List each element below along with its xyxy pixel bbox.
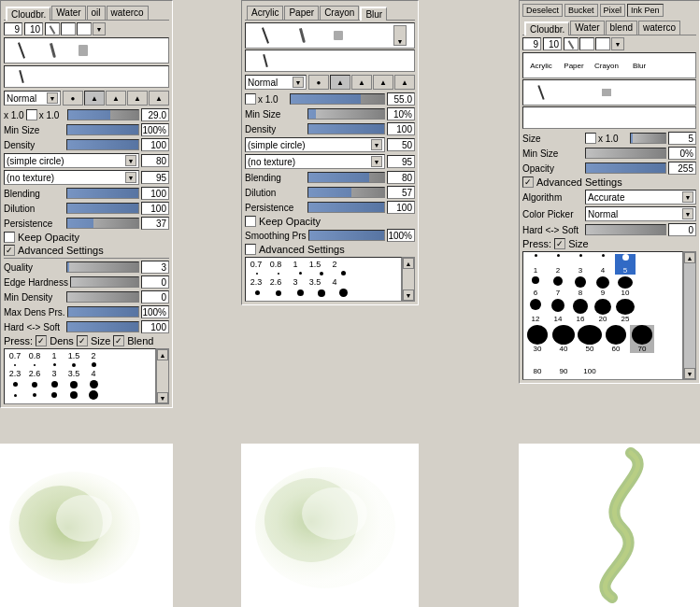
smoothing-slider-2[interactable] (308, 230, 385, 241)
tab-waterco[interactable]: waterco (107, 6, 149, 20)
dot-3-5[interactable] (85, 390, 102, 400)
tab-water[interactable]: Water (51, 6, 85, 20)
dot-1-5[interactable] (85, 362, 102, 367)
algorithm-dropdown[interactable]: Accurate ▼ (585, 190, 696, 205)
shape-btn-circle[interactable]: ● (63, 91, 83, 106)
ink-paper[interactable]: Paper (558, 55, 590, 76)
shape-btn-triangle2[interactable]: ▲ (106, 91, 126, 106)
dot3-cell-60[interactable]: 60 (604, 325, 628, 353)
dot-1-3[interactable] (46, 363, 63, 366)
hard-soft-slider-3[interactable] (585, 224, 666, 235)
dot-2-5[interactable] (85, 380, 102, 388)
mode-dropdown-1[interactable]: Normal ▼ (4, 91, 61, 106)
brush2-pencil[interactable] (248, 25, 283, 46)
sub-colorpen[interactable] (68, 68, 98, 85)
tab-acrylic[interactable]: Acrylic (247, 6, 283, 20)
dot2-1-4[interactable] (312, 272, 331, 275)
brush-scroll-down[interactable]: ▼ (93, 22, 106, 35)
dot3-cell-16[interactable]: 16 (570, 299, 591, 323)
bucket-button[interactable]: Bucket (564, 4, 598, 17)
tab-crayon[interactable]: Crayon (320, 6, 359, 20)
size-value-3[interactable]: 5 (668, 132, 696, 145)
press-size-checkbox-3[interactable]: ✓ (554, 238, 565, 249)
density-value-1[interactable]: 100 (141, 138, 169, 151)
persistence-slider-1[interactable] (66, 218, 139, 229)
opacity-slider-3[interactable] (585, 162, 666, 174)
brush-type-dropdown-2[interactable]: (simple circle) ▼ (245, 137, 385, 152)
ink-icon-3[interactable] (595, 37, 610, 50)
brush2-marker[interactable] (284, 25, 320, 46)
tab-paper[interactable]: Paper (284, 6, 319, 20)
min-size-value-3[interactable]: 0% (668, 147, 696, 160)
dot3-cell-1[interactable]: 1 (525, 254, 546, 275)
tab-cloudbr[interactable]: Cloudbr. (6, 7, 50, 21)
brush-icon-1[interactable] (45, 22, 60, 35)
brush2-eraser[interactable] (321, 25, 356, 46)
dot3-cell-20[interactable]: 20 (593, 299, 613, 323)
mode-dropdown-arrow-2[interactable]: ▼ (293, 77, 304, 88)
shape-btn2-tri2[interactable]: ▲ (351, 75, 372, 90)
shape-btn2-tri3[interactable]: ▲ (373, 75, 393, 90)
dilution-slider-2[interactable] (307, 187, 385, 198)
brush-paper[interactable] (37, 40, 67, 61)
persistence-value-2[interactable]: 100 (387, 201, 415, 214)
dot-2-4[interactable] (65, 381, 82, 388)
dot-3-2[interactable] (26, 393, 43, 397)
size-checkbox-2[interactable] (245, 93, 256, 105)
tab3-water[interactable]: Water (570, 21, 604, 35)
dot3-cell-2[interactable]: 2 (548, 254, 568, 275)
min-size-slider-3[interactable] (585, 148, 666, 159)
min-size-value-1[interactable]: 100% (141, 123, 169, 136)
dot3-cell-70[interactable]: 70 (630, 325, 654, 353)
dot-3-3[interactable] (46, 392, 63, 398)
dot-3-1[interactable] (7, 394, 23, 397)
brush2-binarypen[interactable] (357, 25, 393, 46)
blending-value-1[interactable]: 100 (141, 187, 169, 200)
size-checkbox-1[interactable] (26, 109, 37, 120)
ink-crayon[interactable]: Crayon (591, 55, 622, 76)
pixel-button[interactable]: Pixel (600, 4, 626, 17)
ink-acrylic-b[interactable] (558, 109, 590, 126)
dot2-1-1[interactable] (248, 273, 266, 275)
ink-colorpen[interactable] (591, 109, 622, 126)
dot2-2-3[interactable] (291, 289, 309, 296)
scroll-down-2[interactable]: ▼ (403, 289, 414, 301)
dot3-cell-40[interactable]: 40 (551, 325, 576, 353)
brush-acrylic[interactable] (7, 40, 36, 61)
press-dens-checkbox-1[interactable]: ✓ (36, 335, 47, 346)
tab3-blend[interactable]: blend (606, 21, 637, 35)
dot3-cell-8[interactable]: 8 (570, 276, 591, 297)
dot2-2-4[interactable] (312, 289, 331, 297)
size-value-2[interactable]: 55.0 (387, 92, 415, 106)
brush-type-arrow-2[interactable]: ▼ (371, 139, 382, 150)
keep-opacity-checkbox-2[interactable] (245, 216, 256, 227)
dot3-cell-100[interactable]: 100 (578, 355, 602, 375)
texture-arrow-2[interactable]: ▼ (371, 156, 382, 167)
sub-copic[interactable] (7, 68, 36, 85)
ink-blur-tab[interactable]: Blur (623, 55, 655, 76)
hard-soft-slider-1[interactable] (66, 321, 139, 332)
hard-soft-value-3[interactable]: 0 (668, 223, 696, 236)
density-slider-2[interactable] (307, 123, 385, 134)
brush-crayon[interactable] (68, 40, 98, 61)
density-slider-1[interactable] (66, 139, 139, 150)
scroll-up-3[interactable]: ▲ (684, 252, 695, 263)
ink-pencil[interactable] (525, 82, 557, 103)
dot3-cell-12[interactable]: 12 (525, 299, 546, 323)
size-checkbox-3[interactable] (585, 133, 596, 144)
dilution-value-2[interactable]: 57 (387, 186, 415, 199)
deselect-button[interactable]: Deselect (522, 4, 563, 17)
shape-btn-triangle3[interactable]: ▲ (127, 91, 148, 106)
scroll-down-3[interactable]: ▼ (684, 368, 695, 379)
press-size-checkbox-1[interactable]: ✓ (77, 335, 88, 346)
sub2-acrylic[interactable] (284, 52, 320, 69)
dot3-cell-50[interactable]: 50 (578, 325, 602, 353)
brush-type-dropdown-1[interactable]: (simple circle) ▼ (4, 153, 139, 168)
edge-hardness-slider-1[interactable] (70, 276, 139, 288)
min-size-slider-1[interactable] (66, 124, 139, 135)
dot3-cell-30[interactable]: 30 (525, 325, 550, 353)
edge-hardness-value-1[interactable]: 0 (141, 275, 169, 289)
dot2-2-1[interactable] (248, 290, 266, 295)
dilution-value-1[interactable]: 100 (141, 202, 169, 215)
dot-1-1[interactable] (7, 364, 23, 366)
